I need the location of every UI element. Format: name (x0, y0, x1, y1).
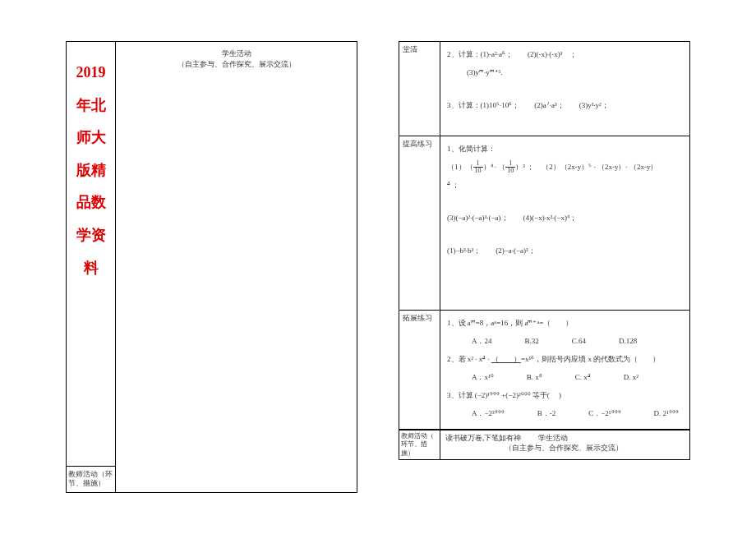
left-page-content: 学生活动 （自主参与、合作探究、展示交流） (116, 42, 357, 492)
student-activity-header: 学生活动 （自主参与、合作探究、展示交流） (124, 48, 348, 69)
opt-c: C．−2¹⁹⁹⁹ (588, 406, 620, 421)
section-tigao: 提高练习 1、化简计算： （1）（110）⁴ · （110）³ ； （2）（2x… (399, 136, 689, 311)
tuozhan-q2-options: A．x¹⁰ B. x⁸ C. x⁴ D. x² (447, 370, 683, 384)
tuozhan-content: 1、设 aᵐ=8，aⁿ=16，则 aᵐ⁺ⁿ=（ ） A．24 B.32 C.64… (440, 311, 689, 429)
tangqing-q2b: (3)yᵐ·yᵐ⁺¹. (447, 65, 683, 80)
opt-a: A．−2³⁹⁹⁹ (472, 406, 505, 421)
tigao-label: 提高练习 (399, 136, 440, 310)
document-title-red: 2019年北师大版精品数学资料 (67, 42, 115, 466)
opt-d: D.128 (619, 334, 637, 348)
opt-b: B.32 (525, 334, 539, 348)
section-footer: 教师活动（ 环节、措施） 读书破万卷,下笔如有神 学生活动 （自主参与、合作探究… (399, 430, 689, 459)
opt-a: A．x¹⁰ (472, 370, 494, 384)
tangqing-label: 堂清 (399, 42, 440, 136)
fraction-1-10a: 110 (473, 160, 483, 174)
fraction-1-10b: 110 (505, 160, 515, 174)
footer-teacher-label: 教师活动（ 环节、措施） (399, 430, 440, 459)
tangqing-q2: 2、计算：(1)-a²·a⁶； (2)(-x)·(-x)³ ； (447, 47, 683, 62)
section-tuozhan: 拓展练习 1、设 aᵐ=8，aⁿ=16，则 aᵐ⁺ⁿ=（ ） A．24 B.32… (399, 311, 689, 430)
tangqing-content: 2、计算：(1)-a²·a⁶； (2)(-x)·(-x)³ ； (3)yᵐ·yᵐ… (440, 42, 689, 136)
opt-d: D. x² (624, 370, 638, 384)
teacher-activity-label: 教师活动（环节、措施） (67, 466, 115, 492)
section-tangqing: 堂清 2、计算：(1)-a²·a⁶； (2)(-x)·(-x)³ ； (3)yᵐ… (399, 42, 689, 136)
page-left: 2019年北师大版精品数学资料 教师活动（环节、措施） 学生活动 （自主参与、合… (66, 41, 357, 493)
footer-student-l1: 学生活动 (538, 434, 568, 442)
page-right: 堂清 2、计算：(1)-a²·a⁶； (2)(-x)·(-x)³ ； (3)yᵐ… (399, 41, 690, 460)
student-activity-line1: 学生活动 (124, 48, 348, 59)
footer-quote: 读书破万卷,下笔如有神 (445, 434, 521, 442)
tigao-q1: 1、化简计算： (447, 141, 683, 156)
tuozhan-label: 拓展练习 (399, 311, 440, 429)
opt-b: B. x⁸ (527, 370, 542, 384)
tuozhan-q2: 2、若 x² · x⁴ · （ ）=x¹⁶，则括号内应填 x 的代数式为（ ） (447, 352, 683, 366)
footer-student-l2: （自主参与、合作探究、展示交流） (505, 444, 623, 452)
tigao-q3: (3)(−a)²·(−a)³·(−a)； (4)(−x)·x²·(−x)⁴； (447, 210, 683, 225)
opt-d: D. 2¹⁹⁹⁹ (654, 406, 679, 421)
tigao-content: 1、化简计算： （1）（110）⁴ · （110）³ ； （2）（2x-y）⁵ … (440, 136, 689, 310)
opt-c: C. x⁴ (575, 370, 591, 384)
tuozhan-q1-options: A．24 B.32 C.64 D.128 (447, 334, 683, 348)
tuozhan-q3: 3、计算 (−2)¹⁹⁹⁹ +(−2)²⁰⁰⁰ 等于( ) (447, 388, 683, 403)
opt-a: A．24 (472, 334, 492, 348)
tigao-q1a: （1）（110）⁴ · （110）³ ； （2）（2x-y）⁵ · （2x-y）… (447, 159, 683, 174)
left-column: 2019年北师大版精品数学资料 教师活动（环节、措施） (67, 42, 116, 492)
student-activity-line2: （自主参与、合作探究、展示交流） (124, 59, 348, 70)
tigao-q4: (1)−b³·b³； (2)−a·(−a)³； (447, 243, 683, 258)
opt-b: B．-2 (537, 406, 556, 421)
tuozhan-q3-options: A．−2³⁹⁹⁹ B．-2 C．−2¹⁹⁹⁹ D. 2¹⁹⁹⁹ (447, 406, 683, 421)
footer-content: 读书破万卷,下笔如有神 学生活动 （自主参与、合作探究、展示交流） (440, 430, 689, 459)
opt-c: C.64 (572, 334, 586, 348)
tuozhan-q1: 1、设 aᵐ=8，aⁿ=16，则 aᵐ⁺ⁿ=（ ） (447, 315, 683, 330)
tangqing-q3: 3、计算：(1)10⁵·10⁶； (2)a⁷·a³； (3)y³·y²； (447, 98, 683, 113)
tigao-q1a-end: ⁴ ； (447, 177, 683, 192)
